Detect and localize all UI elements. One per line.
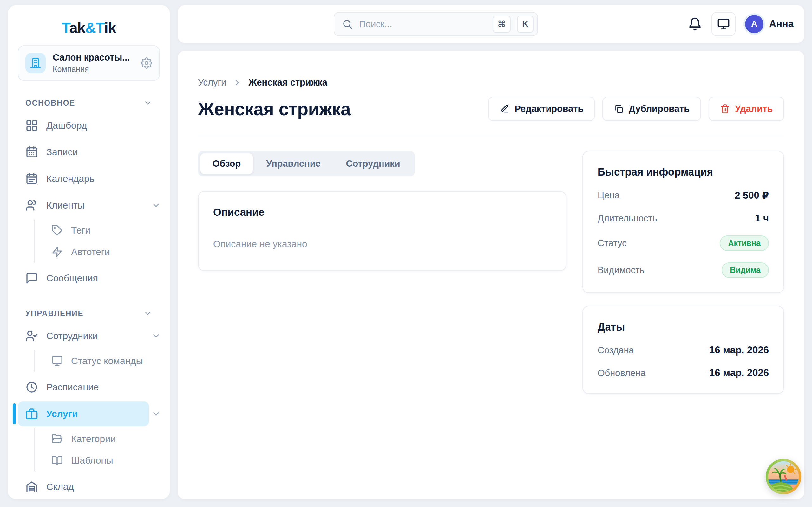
chevron-down-icon bbox=[143, 99, 152, 107]
sidebar-item-tags[interactable]: Теги bbox=[46, 220, 163, 241]
divider bbox=[198, 135, 784, 136]
sidebar-item-label: Статус команды bbox=[71, 355, 143, 366]
nav-section-label: ОСНОВНОЕ bbox=[26, 99, 75, 107]
services-subgroup: Категории Шаблоны bbox=[34, 428, 163, 471]
gear-icon[interactable] bbox=[141, 57, 152, 69]
clients-subgroup: Теги Автотеги bbox=[34, 220, 163, 263]
info-row-created: Создана 16 мар. 2026 bbox=[598, 344, 769, 356]
tab-bar: Обзор Управление Сотрудники bbox=[198, 151, 415, 176]
nav-section-main[interactable]: ОСНОВНОЕ bbox=[26, 99, 152, 107]
info-row-status: Статус Активна bbox=[598, 235, 769, 251]
sidebar-item-services[interactable]: Услуги bbox=[18, 401, 163, 426]
sidebar-item-label: Сообщения bbox=[46, 273, 98, 284]
duplicate-button[interactable]: Дублировать bbox=[602, 97, 701, 121]
action-buttons: Редактировать Дублировать Удалить bbox=[488, 97, 784, 121]
status-badge: Активна bbox=[720, 235, 769, 251]
cmd-key-badge: ⌘ bbox=[493, 15, 511, 33]
sidebar-item-categories[interactable]: Категории bbox=[46, 428, 163, 450]
info-label: Статус bbox=[598, 238, 627, 248]
dates-card-title: Даты bbox=[598, 321, 769, 333]
breadcrumb: Услуги Женская стрижка bbox=[198, 77, 784, 88]
brand-logo-segment: ik bbox=[104, 19, 116, 36]
info-label: Длительность bbox=[598, 213, 657, 224]
sidebar-item-label: Календарь bbox=[46, 173, 94, 184]
sidebar-item-calendar[interactable]: Календарь bbox=[18, 166, 163, 191]
company-type: Компания bbox=[53, 65, 134, 74]
content-body: Обзор Управление Сотрудники Описание Опи… bbox=[198, 151, 784, 394]
message-icon bbox=[26, 272, 38, 285]
user-check-icon bbox=[26, 330, 38, 342]
edit-button[interactable]: Редактировать bbox=[488, 97, 595, 121]
sidebar-item-label: Клиенты bbox=[46, 200, 84, 211]
sidebar-item-templates[interactable]: Шаблоны bbox=[46, 450, 163, 471]
breadcrumb-current: Женская стрижка bbox=[248, 77, 327, 88]
app-root: { "colors": { "accent": "#18a7ec", "acce… bbox=[0, 0, 812, 507]
user-menu[interactable]: А Анна bbox=[745, 15, 794, 33]
search-bar[interactable]: ⌘ K bbox=[334, 12, 538, 36]
company-selector[interactable]: Салон красоты... Компания bbox=[18, 45, 160, 81]
sidebar-item-records[interactable]: Записи bbox=[18, 140, 163, 164]
staff-subgroup: Статус команды bbox=[34, 350, 163, 372]
info-label: Цена bbox=[598, 190, 620, 201]
notifications-button[interactable] bbox=[688, 17, 702, 31]
brand-logo-segment: T bbox=[61, 19, 69, 36]
title-row: Женская стрижка Редактировать Дублироват… bbox=[198, 97, 784, 121]
chevron-right-icon bbox=[233, 78, 241, 87]
updated-date-value: 16 мар. 2026 bbox=[709, 367, 769, 379]
quick-info-card: Быстрая информация Цена 2 500 ₽ Длительн… bbox=[582, 151, 784, 293]
user-name: Анна bbox=[769, 18, 794, 30]
briefcase-icon bbox=[26, 407, 38, 420]
info-label: Видимость bbox=[598, 265, 645, 275]
tab-overview[interactable]: Обзор bbox=[200, 153, 253, 174]
description-card-title: Описание bbox=[213, 206, 551, 218]
left-column: Обзор Управление Сотрудники Описание Опи… bbox=[198, 151, 566, 271]
chevron-down-icon bbox=[143, 309, 152, 318]
sidebar-item-label: Расписание bbox=[46, 382, 99, 393]
display-mode-button[interactable] bbox=[711, 12, 735, 36]
book-open-icon bbox=[51, 455, 63, 466]
right-column: Быстрая информация Цена 2 500 ₽ Длительн… bbox=[582, 151, 784, 394]
tropical-island-icon bbox=[766, 459, 801, 494]
bell-icon bbox=[688, 17, 702, 31]
tab-staff[interactable]: Сотрудники bbox=[334, 153, 412, 174]
delete-button[interactable]: Удалить bbox=[709, 97, 784, 121]
brand-logo-segment: & bbox=[85, 19, 96, 36]
sidebar-item-label: Шаблоны bbox=[71, 455, 113, 466]
nav-section-label: УПРАВЛЕНИЕ bbox=[26, 309, 84, 318]
calendar-lines-icon bbox=[26, 172, 38, 185]
top-right-cluster: А Анна bbox=[688, 5, 794, 43]
users-icon bbox=[26, 199, 38, 212]
tab-management[interactable]: Управление bbox=[254, 153, 333, 174]
sidebar-nav: ОСНОВНОЕ Дашборд Записи Календарь bbox=[8, 81, 170, 499]
search-input[interactable] bbox=[359, 19, 486, 30]
brand-logo-segment: T bbox=[96, 19, 104, 36]
description-card: Описание Описание не указано bbox=[198, 191, 566, 271]
company-name: Салон красоты... bbox=[53, 52, 134, 63]
page-title: Женская стрижка bbox=[198, 99, 351, 119]
sidebar-item-label: Дашборд bbox=[46, 120, 87, 131]
breadcrumb-parent-link[interactable]: Услуги bbox=[198, 77, 226, 88]
sidebar: Tak&Tik Салон красоты... Компания ОСНОВН… bbox=[8, 5, 170, 499]
calendar-dots-icon bbox=[26, 146, 38, 158]
dashboard-grid-icon bbox=[26, 119, 38, 132]
created-date-value: 16 мар. 2026 bbox=[709, 344, 769, 356]
sidebar-item-autotags[interactable]: Автотеги bbox=[46, 241, 163, 263]
chevron-down-icon[interactable] bbox=[149, 409, 163, 418]
sidebar-item-dashboard[interactable]: Дашборд bbox=[18, 113, 163, 138]
sidebar-item-clients[interactable]: Клиенты bbox=[18, 193, 163, 218]
tropical-island-widget[interactable] bbox=[766, 459, 801, 494]
warehouse-icon bbox=[26, 481, 38, 493]
search-icon bbox=[342, 19, 353, 30]
sidebar-item-messages[interactable]: Сообщения bbox=[18, 266, 163, 291]
sidebar-item-warehouse[interactable]: Склад bbox=[18, 474, 163, 499]
info-row-price: Цена 2 500 ₽ bbox=[598, 189, 769, 201]
zap-icon bbox=[51, 246, 63, 258]
chevron-down-icon[interactable] bbox=[149, 201, 163, 210]
sidebar-item-schedule[interactable]: Расписание bbox=[18, 375, 163, 400]
sidebar-item-staff[interactable]: Сотрудники bbox=[18, 324, 163, 348]
nav-section-management[interactable]: УПРАВЛЕНИЕ bbox=[26, 309, 152, 318]
sidebar-item-label: Записи bbox=[46, 147, 78, 158]
chevron-down-icon[interactable] bbox=[149, 331, 163, 341]
building-icon bbox=[30, 57, 42, 69]
sidebar-item-team-status[interactable]: Статус команды bbox=[46, 350, 163, 372]
